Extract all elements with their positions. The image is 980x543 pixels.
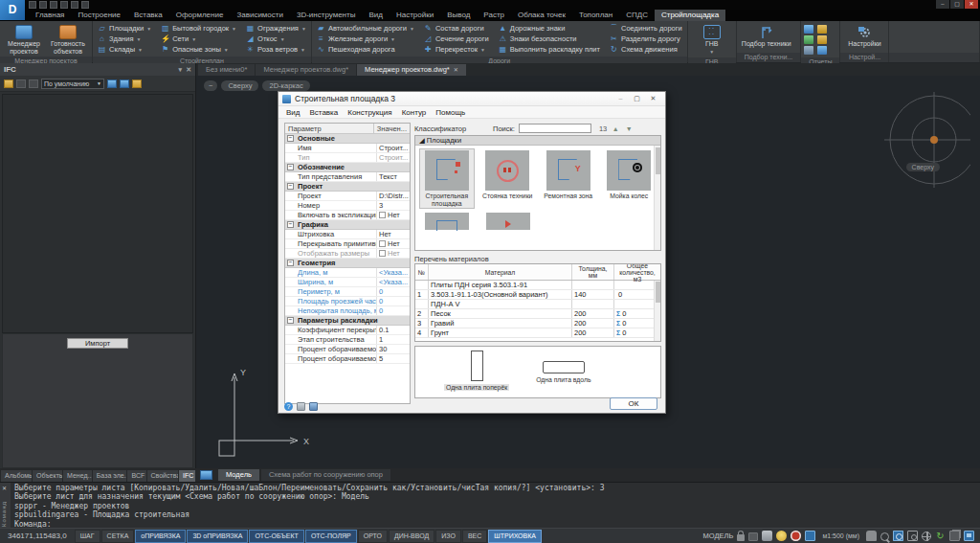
parameter-row[interactable]: −Ширина, м <Указа... — [285, 278, 410, 287]
parameter-row[interactable]: −Параметры раскладки — [285, 316, 410, 326]
material-row[interactable]: Плиты ПДН серия 3.503.1-91 Σ — [415, 281, 660, 290]
lock-icon[interactable] — [737, 534, 745, 541]
maximize-button[interactable]: ▢ — [950, 0, 964, 9]
regen-icon[interactable]: ↻ — [935, 531, 946, 541]
ribbon-small-button[interactable]: ⌒ Соединить дороги ▼ — [608, 23, 684, 34]
collapse-icon[interactable]: − — [287, 135, 294, 142]
parameter-value[interactable]: <Указа... — [376, 278, 410, 286]
material-thickness[interactable]: 200 — [572, 309, 614, 318]
parameter-row[interactable]: −Проект D:\Distr... — [285, 192, 410, 201]
document-tab[interactable]: Менеджер проектов.dwg* ✕ — [256, 64, 356, 76]
panel-tab[interactable]: Объекты — [33, 470, 62, 482]
annotation-monitor-icon[interactable] — [748, 532, 758, 541]
ribbon-tab[interactable]: 3D-инструменты — [290, 10, 363, 21]
parameter-row[interactable]: −Этап строительства 1 — [285, 335, 410, 345]
plate-layout-option[interactable]: Одна плита вдоль — [534, 351, 592, 397]
settings-button[interactable]: Настройки — [843, 23, 885, 48]
filter-dropdown[interactable]: По умолчанию ▼ — [41, 79, 104, 89]
column-header[interactable]: № — [415, 264, 429, 280]
ribbon-small-button[interactable]: ✂ Разделить дорогу ▼ — [608, 34, 684, 44]
ribbon-small-button[interactable]: ⚠ Знаки безопасности ▼ — [497, 34, 602, 44]
report-folder-icon[interactable] — [817, 25, 827, 34]
time-tracking-icon[interactable] — [791, 531, 801, 541]
ribbon-tab[interactable]: Зависимости — [230, 10, 290, 21]
ribbon-small-button[interactable]: ∿ Пешеходная дорога ▼ — [315, 44, 416, 55]
close-icon[interactable]: ✕ — [2, 485, 7, 491]
ribbon-small-button[interactable]: ✎ Состав дороги ▼ — [422, 23, 491, 34]
parameter-value[interactable]: 0 — [376, 287, 410, 296]
material-thickness[interactable]: 140 — [572, 290, 614, 299]
panel-tab[interactable]: База эле... — [93, 470, 127, 482]
fullscreen-icon[interactable] — [964, 531, 974, 541]
parameter-row[interactable]: −Перекрывать примитивы Нет — [285, 239, 410, 249]
collapse-icon[interactable]: − — [287, 260, 294, 266]
column-header[interactable]: Общее количество, м3 — [614, 264, 660, 280]
value-column-header[interactable]: Значен... — [374, 124, 410, 133]
material-name[interactable]: ПДН-А V — [429, 300, 572, 308]
scrollbar[interactable] — [654, 146, 660, 251]
collapse-icon[interactable]: − — [287, 164, 294, 170]
dialog-menu-item[interactable]: Конструкция — [343, 108, 396, 117]
parameter-value[interactable]: Нет — [376, 230, 410, 238]
classifier-item[interactable]: Строительная площадка — [419, 148, 475, 209]
viewport-control-pill[interactable]: 2D-каркас — [262, 80, 309, 91]
parameter-row[interactable]: −Периметр, м 0 — [285, 287, 410, 297]
material-name[interactable]: Песок — [429, 309, 572, 318]
undo-icon[interactable] — [71, 1, 78, 9]
status-toggle[interactable]: оПРИВЯЗКА — [135, 530, 186, 543]
dialog-maximize-button[interactable]: ▢ — [629, 92, 645, 105]
layout-tab[interactable]: Схема работ по сооружению опор — [261, 469, 390, 481]
minimize-button[interactable]: – — [936, 0, 949, 9]
lightbulb-icon[interactable] — [776, 531, 787, 541]
material-name[interactable]: Плиты ПДН серия 3.503.1-91 — [429, 281, 572, 289]
material-name[interactable]: Гравий — [429, 319, 572, 328]
panel-tab[interactable]: IFC — [179, 470, 195, 482]
status-toggle[interactable]: 3D оПРИВЯЗКА — [187, 530, 248, 543]
ifc-tree-area[interactable] — [2, 94, 193, 333]
material-thickness[interactable] — [572, 281, 614, 289]
dialog-menu-item[interactable]: Вставка — [304, 108, 343, 117]
zoom-extents-icon[interactable] — [907, 531, 918, 541]
report-grid-icon[interactable] — [817, 46, 827, 55]
parameter-value[interactable]: <Указа... — [376, 268, 410, 277]
orbit-icon[interactable] — [922, 532, 931, 541]
material-thickness[interactable] — [572, 300, 614, 308]
copy-props-icon[interactable] — [107, 79, 117, 88]
plate-layout-option[interactable]: Одна плита поперёк — [444, 351, 509, 397]
tech-selection-button[interactable]: Подбор техники — [740, 23, 793, 48]
scale-indicator[interactable]: м1:500 (мм) — [819, 532, 862, 539]
material-row[interactable]: 1 3.503.1-91.1-03(Основной вариант) 140 … — [415, 290, 660, 300]
status-toggle[interactable]: ОРТО — [358, 530, 388, 543]
parameter-row[interactable]: −Геометрия — [285, 259, 410, 268]
parameter-row[interactable]: −Обозначение — [285, 163, 410, 172]
parameter-value[interactable]: Текст — [376, 172, 410, 181]
ribbon-tab[interactable]: Топоплан — [572, 10, 619, 21]
close-button[interactable]: ✕ — [965, 0, 978, 9]
classifier-thumbnail[interactable] — [425, 213, 469, 230]
ribbon-tab[interactable]: Вид — [362, 10, 389, 21]
app-logo[interactable]: D — [0, 0, 25, 20]
ribbon-small-button[interactable]: ↻ Схема движения ▼ — [608, 44, 684, 55]
zoom-icon[interactable] — [880, 532, 889, 541]
parameter-value[interactable]: Нет — [376, 239, 410, 248]
dialog-menu-item[interactable]: Вид — [281, 108, 304, 117]
collapse-icon[interactable]: − — [287, 221, 294, 228]
close-icon[interactable]: ✕ — [454, 64, 458, 76]
material-name[interactable]: Грунт — [429, 328, 572, 337]
status-toggle[interactable]: ОТС-ОБЪЕКТ — [249, 530, 303, 543]
panel-tab[interactable]: Менед... — [63, 470, 92, 482]
sheet-set-icon[interactable] — [949, 531, 960, 541]
document-tab[interactable]: Менеджер проектов.dwg* ✕ — [357, 64, 466, 76]
material-row[interactable]: ПДН-А V Σ — [415, 300, 660, 309]
classifier-item[interactable]: Стоянка техники — [480, 148, 536, 209]
ribbon-tab[interactable]: Главная — [29, 10, 71, 21]
parameter-value[interactable]: 0 — [376, 306, 410, 315]
parameter-value[interactable]: Нет — [376, 249, 410, 258]
selection-filter-icon[interactable] — [762, 531, 772, 541]
ribbon-small-button[interactable]: ▰ Автомобильные дороги ▼ — [315, 23, 416, 34]
report-document-icon[interactable] — [804, 25, 813, 34]
layout-tab[interactable]: Модель — [218, 469, 259, 481]
ribbon-big-button[interactable]: Менеджер проектов — [3, 23, 45, 55]
dialog-close-button[interactable]: ✕ — [645, 92, 661, 105]
parameter-value[interactable]: 3 — [376, 201, 410, 210]
